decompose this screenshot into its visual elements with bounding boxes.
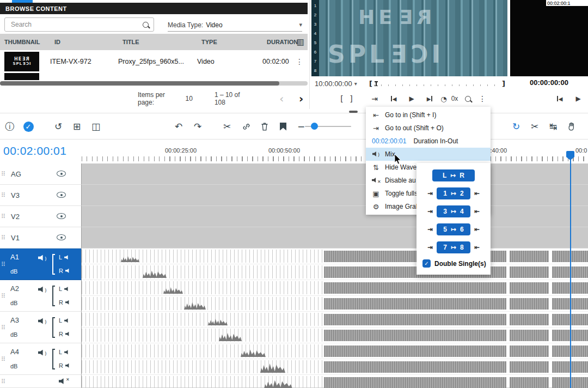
audio-lane-right[interactable] <box>82 296 588 312</box>
track-content[interactable] <box>82 343 588 375</box>
drag-handle-icon[interactable]: ⠿ <box>1 378 5 385</box>
track-header[interactable]: ⠿ V1 <box>0 227 82 248</box>
track-content[interactable] <box>82 248 588 280</box>
speaker-icon[interactable]: ) <box>38 348 47 358</box>
mark-out-button[interactable]: ] <box>344 92 358 106</box>
record-timecode[interactable]: 00:00:00:00 <box>510 78 588 87</box>
timeline-ruler[interactable]: 00:00:25:00 00:00:50:00 00:01:40:00 00:0 <box>82 140 588 163</box>
record-video-frame[interactable] <box>510 0 588 76</box>
audio-lane-right[interactable] <box>82 264 588 280</box>
patch-right-icon[interactable]: ⇤ <box>474 190 480 197</box>
speaker-icon[interactable] <box>65 300 70 305</box>
channel-pair-button-5-6[interactable]: 5 ↦ 6 <box>437 223 470 235</box>
table-row[interactable]: HERE SPLICE ITEM-VX-972 Proxy_25fps_960x… <box>0 50 308 73</box>
trash-icon[interactable] <box>257 119 272 134</box>
speaker-icon[interactable]: ) <box>38 317 47 326</box>
sync-refresh-icon[interactable]: ↻ <box>509 119 524 134</box>
audio-lane-left[interactable] <box>82 343 588 359</box>
cut-icon[interactable]: ✂ <box>219 119 235 134</box>
patch-left-icon[interactable]: ⇥ <box>427 190 433 197</box>
track-header[interactable]: ⠿ A2 dB ) L R <box>0 280 82 312</box>
patch-right-icon[interactable]: ⇤ <box>474 208 480 215</box>
patch-left-icon[interactable]: ⇥ <box>427 226 433 233</box>
track-content[interactable] <box>82 280 588 312</box>
column-settings-icon[interactable]: ▥ <box>297 37 304 47</box>
speaker-icon[interactable] <box>64 350 69 355</box>
speaker-icon[interactable] <box>64 318 69 323</box>
audio-lane-right[interactable] <box>82 359 588 375</box>
track-content[interactable] <box>82 227 588 248</box>
unlink-icon[interactable] <box>238 119 254 134</box>
speed-gauge-icon[interactable]: ◔ <box>438 92 449 106</box>
compare-view-icon[interactable]: ◫ <box>88 119 103 134</box>
drag-handle-icon[interactable]: ⠿ <box>1 355 5 362</box>
track-content[interactable] <box>82 185 588 206</box>
speaker-icon[interactable] <box>65 268 70 273</box>
chevron-down-icon[interactable]: ▾ <box>354 81 357 87</box>
patch-right-icon[interactable]: ⇤ <box>474 226 480 233</box>
track-header[interactable]: ⠿ AG <box>0 163 82 185</box>
channel-pair-button-lr[interactable]: L ↦ R <box>432 169 475 181</box>
double-singles-checkbox[interactable]: ✓ <box>422 259 431 268</box>
source-timecode[interactable]: 10:00:00:00 <box>315 80 352 88</box>
speaker-icon[interactable]: ) <box>38 285 47 295</box>
track-content[interactable] <box>82 312 588 343</box>
row-menu-icon[interactable]: ⋮ <box>296 57 303 66</box>
audio-lane-right[interactable] <box>82 328 588 343</box>
channel-pair-button-7-8[interactable]: 7 ↦ 8 <box>437 241 470 253</box>
player-menu-icon[interactable]: ⋮ <box>475 92 489 106</box>
previous-page-button[interactable]: ‹ <box>275 92 288 105</box>
search-input[interactable] <box>10 20 143 29</box>
drag-handle-icon[interactable]: ⠿ <box>1 192 5 199</box>
chevron-down-icon[interactable]: ▾ <box>299 21 302 28</box>
speaker-muted-icon[interactable]: ✕ <box>59 378 70 385</box>
speaker-icon[interactable]: ) <box>38 253 47 263</box>
add-layer-icon[interactable]: ⊞ <box>69 119 84 134</box>
timeline-timecode[interactable]: 00:02:00:01 <box>3 144 66 157</box>
patch-right-icon[interactable]: ⇤ <box>474 244 480 251</box>
speaker-icon[interactable] <box>65 331 70 336</box>
history-icon[interactable]: ↺ <box>51 119 66 134</box>
horizontal-scrollbar-thumb[interactable] <box>0 81 279 86</box>
previous-frame-button[interactable]: ◀ <box>553 92 567 106</box>
visibility-eye-icon[interactable] <box>57 211 66 221</box>
drag-handle-icon[interactable]: ⠿ <box>1 260 5 268</box>
track-header-selected[interactable]: ⠿ A1 dB ) L R <box>0 248 82 280</box>
drag-handle-icon[interactable]: ⠿ <box>1 234 5 241</box>
audio-lane-left[interactable] <box>82 375 588 388</box>
panel-resize-handle[interactable] <box>349 111 358 113</box>
patch-left-icon[interactable]: ⇥ <box>427 208 433 215</box>
menu-item-duration-in-out[interactable]: 00:02:00:01 Duration In-Out <box>366 135 491 148</box>
source-video-frame[interactable]: HERE SPLICE 12 34 56 78 <box>311 0 507 76</box>
speaker-icon[interactable] <box>64 287 69 292</box>
search-icon[interactable] <box>143 22 149 28</box>
next-page-button[interactable]: › <box>295 92 308 105</box>
menu-item-go-to-out[interactable]: ⇥ Go to out (Shift + O) <box>366 122 491 135</box>
audio-lane-left[interactable] <box>82 248 588 264</box>
timeline-zoom-slider-thumb[interactable] <box>311 123 318 130</box>
trim-mode-icon[interactable]: ↹ <box>546 119 561 134</box>
zoom-icon[interactable] <box>461 92 475 106</box>
info-icon[interactable]: ⓘ <box>2 119 17 134</box>
drag-handle-icon[interactable]: ⠿ <box>1 324 5 331</box>
select-mode-icon[interactable]: ✓ <box>21 119 36 134</box>
track-header[interactable]: ⠿ ✕ <box>0 375 82 388</box>
track-content[interactable] <box>82 206 588 227</box>
track-content[interactable] <box>82 375 588 388</box>
speaker-icon[interactable] <box>65 363 70 368</box>
track-header[interactable]: ⠿ A4 dB ) L R <box>0 343 82 375</box>
table-row-partial[interactable]: HERE <box>0 73 308 80</box>
redo-icon[interactable]: ↷ <box>190 119 205 134</box>
marker-flag-icon[interactable] <box>275 119 291 134</box>
previous-frame-button[interactable]: ◀ <box>387 92 401 106</box>
razor-icon[interactable]: ✂ <box>527 119 542 134</box>
drag-handle-icon[interactable]: ⠿ <box>1 292 5 299</box>
audio-lane-left[interactable] <box>82 280 588 296</box>
drag-handle-icon[interactable]: ⠿ <box>1 213 5 220</box>
channel-pair-button-1-2[interactable]: 1 ↦ 2 <box>437 187 470 199</box>
menu-item-go-to-in[interactable]: ⇤ Go to in (Shift + I) <box>366 108 491 122</box>
next-frame-button[interactable]: ▶ <box>422 92 437 106</box>
channel-pair-button-3-4[interactable]: 3 ↦ 4 <box>437 205 470 217</box>
track-header[interactable]: ⠿ V3 <box>0 185 82 206</box>
scrub-position-marker[interactable] <box>376 81 377 86</box>
